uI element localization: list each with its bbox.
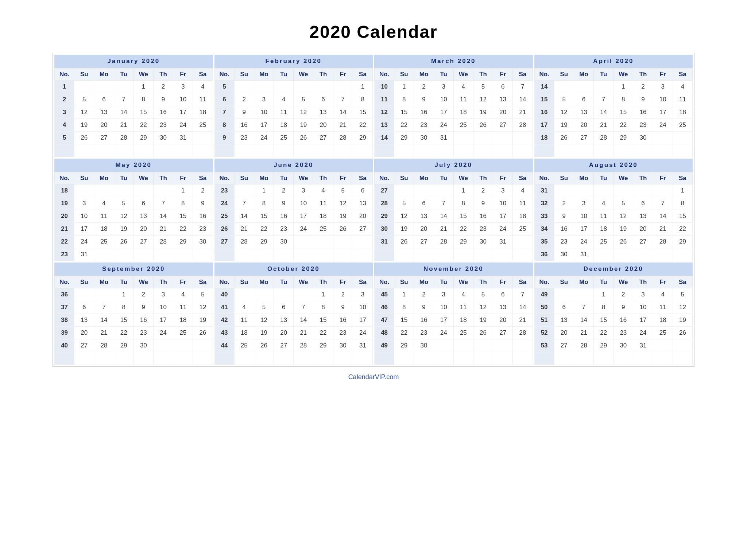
weekday-header: Su [74,276,94,288]
day-cell: 21 [294,327,313,339]
week-row: 11234 [55,81,213,93]
day-cell: 11 [313,197,333,210]
day-cell: 30 [193,236,213,248]
week-row: 339101112131415 [534,210,693,223]
day-cell: 5 [114,197,133,210]
weekday-header: Fr [653,172,673,184]
week-number: 49 [375,339,394,352]
day-cell [414,352,434,365]
week-number: 16 [534,106,554,119]
day-cell: 21 [594,119,614,132]
day-cell: 11 [594,210,614,223]
day-cell: 18 [653,314,673,327]
week-number [214,352,234,365]
weekday-header: Sa [673,172,692,184]
month-table: No.SuMoTuWeThFrSa23123456247891011121325… [214,172,373,261]
weekday-header: Sa [353,69,372,81]
day-cell: 26 [74,132,94,144]
day-cell: 22 [453,223,473,236]
day-cell: 19 [294,119,313,132]
day-cell: 4 [313,184,333,197]
week-number: 33 [534,210,554,223]
day-cell: 15 [453,210,473,223]
day-cell: 10 [493,197,513,210]
day-cell [574,184,593,197]
day-cell: 4 [234,301,254,314]
day-cell [453,248,473,261]
week-row: 4425262728293031 [214,339,373,352]
day-cell: 13 [133,210,153,223]
day-cell: 2 [133,288,153,301]
day-cell: 10 [294,197,313,210]
day-cell [614,184,633,197]
week-row: 5262728293031 [55,132,213,144]
day-cell: 20 [493,106,513,119]
weekday-header: Tu [114,276,133,288]
day-cell [294,352,313,365]
week-row: 141234 [534,81,693,93]
day-cell: 20 [353,210,372,223]
day-cell: 20 [633,223,653,236]
day-cell: 12 [473,93,493,106]
day-cell: 23 [274,223,294,236]
week-number: 4 [55,119,74,132]
day-cell [653,184,673,197]
day-cell: 14 [434,210,453,223]
day-cell [133,184,153,197]
day-cell: 14 [114,106,133,119]
day-cell: 21 [434,223,453,236]
week-row [214,352,373,365]
day-cell: 20 [94,119,114,132]
weekday-header: Th [633,69,653,81]
day-cell [414,248,434,261]
day-cell: 9 [234,106,254,119]
day-cell: 3 [153,288,173,301]
day-cell: 23 [554,236,574,248]
week-row: 1322232425262728 [375,119,533,132]
weekday-header: No. [55,172,74,184]
week-number: 36 [55,288,74,301]
day-cell: 11 [673,93,692,106]
weekday-header: We [453,276,473,288]
day-cell: 28 [333,132,353,144]
day-cell [574,352,593,365]
day-cell: 27 [133,236,153,248]
day-cell [274,288,294,301]
weekday-header: Sa [353,276,372,288]
day-cell [653,144,673,157]
week-number: 29 [375,210,394,223]
weekday-header: We [614,276,633,288]
day-cell: 6 [414,197,434,210]
week-row: 101234567 [375,81,533,93]
day-cell: 15 [594,314,614,327]
week-row: 3416171819202122 [534,223,693,236]
day-cell: 17 [254,119,274,132]
day-cell [594,248,614,261]
day-cell: 19 [74,119,94,132]
day-cell [513,144,533,157]
month-title: April 2020 [534,55,693,68]
day-cell: 21 [153,223,173,236]
day-cell: 26 [294,132,313,144]
day-cell: 20 [554,327,574,339]
day-cell [94,144,114,157]
day-cell: 30 [414,339,434,352]
weekday-header: Tu [434,69,453,81]
day-cell: 17 [173,106,193,119]
week-number: 37 [55,301,74,314]
day-cell: 13 [493,93,513,106]
weekday-header: No. [214,172,234,184]
day-cell: 12 [114,210,133,223]
day-cell: 1 [114,288,133,301]
day-cell [594,184,614,197]
weekday-header: No. [534,172,554,184]
day-cell: 23 [633,119,653,132]
day-cell: 25 [653,327,673,339]
weekday-header: No. [214,276,234,288]
week-number: 51 [534,314,554,327]
day-cell [234,184,254,197]
day-cell: 12 [294,106,313,119]
day-cell: 20 [274,327,294,339]
day-cell: 30 [554,248,574,261]
day-cell: 13 [493,301,513,314]
